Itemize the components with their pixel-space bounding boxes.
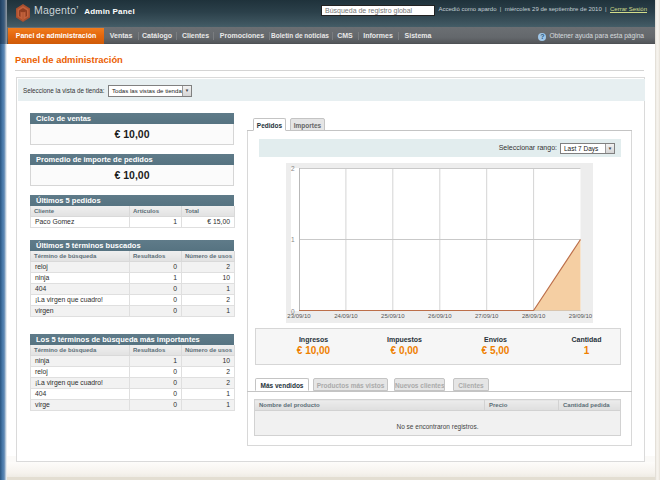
svg-text:29/09/10: 29/09/10 (569, 313, 593, 319)
svg-text:27/09/10: 27/09/10 (475, 313, 499, 319)
svg-text:28/09/10: 28/09/10 (522, 313, 546, 319)
svg-text:24/09/10: 24/09/10 (334, 313, 358, 319)
svg-text:25/09/10: 25/09/10 (381, 313, 405, 319)
svg-text:23/09/10: 23/09/10 (287, 313, 311, 319)
svg-text:1: 1 (291, 236, 295, 243)
svg-text:26/09/10: 26/09/10 (428, 313, 452, 319)
svg-text:2: 2 (291, 165, 295, 172)
